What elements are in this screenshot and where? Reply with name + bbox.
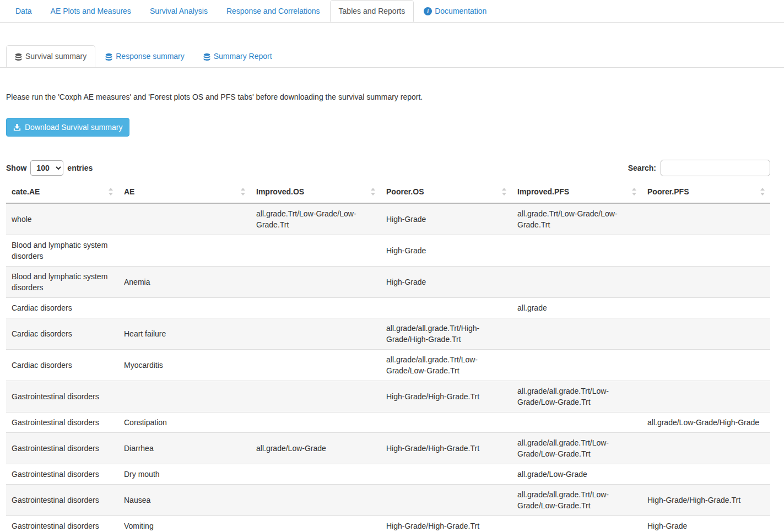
table-row: Blood and lymphatic system disordersHigh… [6,235,770,267]
column-header-ae[interactable]: AE [118,181,251,203]
search-input[interactable] [661,160,770,176]
cell-cate-ae: Gastrointestinal disorders [6,464,118,485]
main-nav-tabs: DataAE Plots and MeasuresSurvival Analys… [0,0,784,23]
cell-poorer-os: High-Grade/High-Grade.Trt [381,433,512,464]
database-icon [105,53,112,60]
page: DataAE Plots and MeasuresSurvival Analys… [0,0,784,532]
cell-poorer-os: all.grade/all.grade.Trt/High-Grade/High-… [381,318,512,350]
show-label: Show [6,164,26,172]
database-icon [203,53,210,60]
sub-tab-link-summary-report[interactable]: Summary Report [194,45,281,67]
cell-poorer-os: all.grade/all.grade.Trt/Low-Grade/Low-Gr… [381,350,512,381]
cell-improved-pfs: all.grade/all.grade.Trt/Low-Grade/Low-Gr… [512,433,642,464]
sort-icon [760,188,765,196]
table-row: Cardiac disordersall.grade [6,298,770,318]
cell-cate-ae: Gastrointestinal disorders [6,485,118,516]
column-header-cate-ae[interactable]: cate.AE [6,181,118,203]
cell-cate-ae: Cardiac disorders [6,318,118,350]
cell-ae: Constipation [118,412,251,433]
main-tab-link-data[interactable]: Data [7,0,41,22]
sub-tab-label: Response summary [116,51,185,61]
column-header-poorer-pfs[interactable]: Poorer.PFS [642,181,770,203]
column-header-improved-pfs[interactable]: Improved.PFS [512,181,642,203]
column-header-label: Improved.PFS [517,187,569,196]
sub-tab-survival-summary: Survival summary [6,45,95,67]
sub-tab-response-summary: Response summary [96,45,193,67]
main-tab-label: AE Plots and Measures [51,6,131,16]
sub-tab-link-response-summary[interactable]: Response summary [96,45,193,67]
sort-icon [502,188,506,196]
cell-improved-os [251,381,381,412]
table-header-row: cate.AEAEImproved.OSPoorer.OSImproved.PF… [6,181,770,203]
table-row: Gastrointestinal disordersDiarrheaall.gr… [6,433,770,464]
table-row: Cardiac disordersMyocarditisall.grade/al… [6,350,770,381]
column-header-poorer-os[interactable]: Poorer.OS [381,181,512,203]
download-survival-summary-button[interactable]: Download Survival summary [6,118,129,137]
cell-poorer-pfs [642,318,770,350]
cell-improved-pfs [512,267,642,298]
cell-improved-pfs: all.grade/all.grade.Trt/Low-Grade/Low-Gr… [512,485,642,516]
sort-icon [371,188,375,196]
cell-poorer-pfs [642,464,770,485]
main-tab-link-tables-and-reports[interactable]: Tables and Reports [330,0,414,22]
tables-and-reports-panel: Survival summaryResponse summarySummary … [0,45,784,532]
cell-cate-ae: Cardiac disorders [6,298,118,318]
cell-improved-pfs [512,318,642,350]
cell-poorer-os [381,485,512,516]
cell-poorer-pfs [642,203,770,235]
main-tab-documentation: iDocumentation [415,0,495,22]
cell-cate-ae: Cardiac disorders [6,350,118,381]
table-row: Gastrointestinal disordersNauseaall.grad… [6,485,770,516]
column-header-improved-os[interactable]: Improved.OS [251,181,381,203]
cell-ae: Myocarditis [118,350,251,381]
cell-ae [118,235,251,267]
table-row: Gastrointestinal disordersVomitingHigh-G… [6,516,770,532]
sub-tab-link-survival-summary[interactable]: Survival summary [6,45,95,67]
cell-improved-os [251,485,381,516]
cell-ae [118,381,251,412]
sort-icon [632,188,636,196]
main-tab-link-survival-analysis[interactable]: Survival Analysis [141,0,217,22]
cell-improved-os [251,267,381,298]
cell-improved-pfs: all.grade/Low-Grade [512,464,642,485]
sub-tab-summary-report: Summary Report [194,45,281,67]
main-tab-link-response-and-correlations[interactable]: Response and Correlations [218,0,329,22]
cell-improved-pfs [512,412,642,433]
sub-nav-tabs: Survival summaryResponse summarySummary … [0,45,784,68]
cell-improved-pfs: all.grade [512,298,642,318]
cell-improved-pfs [512,516,642,532]
sub-tab-label: Survival summary [25,51,86,61]
survival-summary-table: cate.AEAEImproved.OSPoorer.OSImproved.PF… [6,181,770,532]
search-control: Search: [628,160,770,176]
cell-improved-os [251,464,381,485]
instruction-text: Please run the 'Coxph AE measures' and '… [6,91,770,102]
table-row: Cardiac disordersHeart failureall.grade/… [6,318,770,350]
cell-ae: Vomiting [118,516,251,532]
cell-improved-os [251,516,381,532]
main-tab-link-documentation[interactable]: iDocumentation [415,0,495,22]
cell-ae: Nausea [118,485,251,516]
main-tab-label: Data [15,6,32,16]
cell-improved-os [251,412,381,433]
survival-summary-panel: Please run the 'Coxph AE measures' and '… [0,91,784,532]
cell-ae: Diarrhea [118,433,251,464]
main-tab-label: Response and Correlations [226,6,320,16]
cell-ae [118,298,251,318]
column-header-label: Poorer.OS [386,187,424,196]
cell-ae: Anemia [118,267,251,298]
page-length-select[interactable]: 100 [30,160,63,176]
main-tab-label: Documentation [435,6,486,16]
table-row: Gastrointestinal disordersHigh-Grade/Hig… [6,381,770,412]
main-tab-label: Survival Analysis [150,6,208,16]
column-header-label: Poorer.PFS [647,187,689,196]
cell-poorer-pfs: all.grade/Low-Grade/High-Grade [642,412,770,433]
cell-ae: Dry mouth [118,464,251,485]
cell-ae [118,203,251,235]
cell-cate-ae: Gastrointestinal disorders [6,433,118,464]
datatable-controls: Show 100 entries Search: [6,160,770,176]
cell-improved-os: all.grade.Trt/Low-Grade/Low-Grade.Trt [251,203,381,235]
info-circle-icon: i [424,7,432,15]
cell-ae: Heart failure [118,318,251,350]
main-tab-survival-analysis: Survival Analysis [141,0,217,22]
main-tab-link-ae-plots-and-measures[interactable]: AE Plots and Measures [42,0,140,22]
